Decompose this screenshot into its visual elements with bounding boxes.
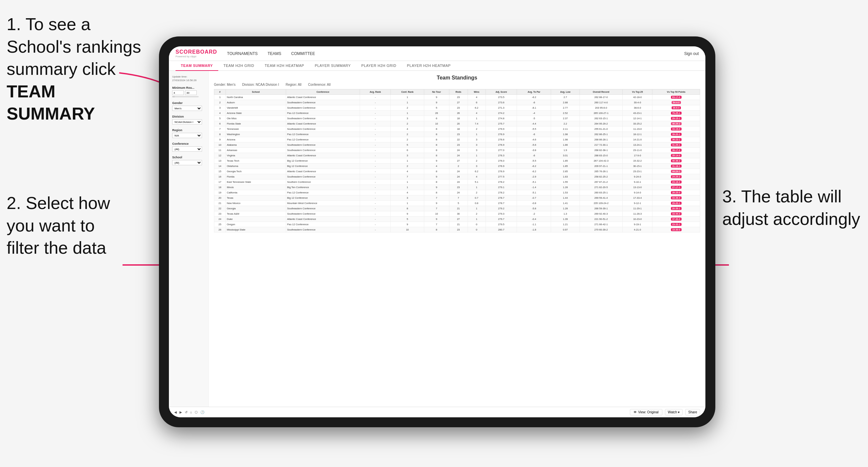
- filter-minimum-rounds: Minimum Rou...: [172, 86, 205, 97]
- standings-table: # School Conference Avg. Rank Conf. Rank…: [214, 89, 700, 232]
- view-original-button[interactable]: 👁 View: Original: [630, 409, 662, 415]
- nav-links: TOURNAMENTS TEAMS COMMITTEE: [227, 50, 684, 57]
- toolbar-home[interactable]: ⌂: [190, 410, 192, 414]
- table-row: 6 Florida State Atlantic Coast Conferenc…: [214, 121, 700, 126]
- filter-division: Division NCAA Division I: [172, 115, 205, 125]
- school-select[interactable]: (All): [172, 160, 202, 165]
- toolbar-clock[interactable]: 🕐: [200, 410, 204, 414]
- table-row: 13 Texas Tech Big 12 Conference - 1 9 27…: [214, 158, 700, 164]
- table-row: 11 Arkansas Southeastern Conference - 6 …: [214, 148, 700, 153]
- table-row: 14 Oklahoma Big 12 Conference - 2 4 2 3 …: [214, 164, 700, 169]
- table-area: Team Standings Gender: Men's Division: N…: [209, 71, 705, 407]
- table-row: 15 Georgia Tech Atlantic Coast Conferenc…: [214, 169, 700, 174]
- table-row: 19 California Pac-12 Conference - 4 8 24…: [214, 190, 700, 195]
- navbar: SCOREBOARD Powered by clippi TOURNAMENTS…: [169, 46, 705, 61]
- min-rounds-min[interactable]: [172, 90, 184, 95]
- instruction-2-line1: 2. Select how: [7, 193, 110, 213]
- tablet-screen: SCOREBOARD Powered by clippi TOURNAMENTS…: [169, 46, 705, 417]
- table-row: 18 Illinois Big Ten Conference - 1 9 23 …: [214, 185, 700, 190]
- instruction-3-line1: 3. The table will: [722, 187, 841, 206]
- col-vs-top-25: Vs Top 25: [623, 89, 652, 95]
- col-rank: #: [214, 89, 226, 95]
- sign-out[interactable]: Sign out: [684, 51, 699, 56]
- col-no-tour: No Tour: [424, 89, 449, 95]
- table-row: 23 Texas A&M Southeastern Conference - 9…: [214, 211, 700, 217]
- instruction-1-text: 1. To see a School's rankings summary cl…: [7, 14, 141, 79]
- table-row: 2 Auburn Southeastern Conference - 1 9 2…: [214, 100, 700, 105]
- instruction-3: 3. The table will adjust accordingly: [722, 185, 861, 230]
- table-row: 8 Washington Pac-12 Conference - 2 8 23 …: [214, 132, 700, 137]
- instruction-2-line2: you want to: [7, 216, 95, 235]
- table-row: 24 Duke Atlantic Coast Conference - 5 9 …: [214, 217, 700, 222]
- watch-button[interactable]: Watch ▾: [665, 409, 683, 415]
- filter-school: School (All): [172, 156, 205, 165]
- col-conf-rank: Conf. Rank: [391, 89, 424, 95]
- sub-nav-team-summary[interactable]: TEAM SUMMARY: [176, 61, 218, 71]
- col-avg-to-par: Avg. To Par: [517, 89, 551, 95]
- col-avg-rank: Avg. Rank: [360, 89, 391, 95]
- sub-nav-player-h2h-heatmap[interactable]: PLAYER H2H HEATMAP: [402, 61, 456, 70]
- nav-teams[interactable]: TEAMS: [268, 50, 281, 57]
- logo-area: SCOREBOARD Powered by clippi: [176, 49, 217, 58]
- conference-select[interactable]: (All): [172, 146, 202, 152]
- table-row: 20 Texas Big 12 Conference - 3 7 7 0.7 2…: [214, 195, 700, 201]
- logo-scoreboard: SCOREBOARD: [176, 49, 217, 55]
- table-row: 10 Alabama Southeastern Conference - 5 8…: [214, 143, 700, 148]
- filter-region: Region N/A: [172, 128, 205, 138]
- col-vs-top-50: Vs Top 50 Points: [652, 89, 700, 95]
- filter-gender: Gender Men's Women's: [172, 101, 205, 111]
- sub-nav-player-h2h-grid[interactable]: PLAYER H2H GRID: [356, 61, 402, 70]
- sub-nav-team-h2h-grid[interactable]: TEAM H2H GRID: [218, 61, 260, 70]
- col-overall-record: Overall Record: [580, 89, 623, 95]
- toolbar-refresh[interactable]: ↺: [185, 410, 187, 414]
- instruction-3-line2: adjust accordingly: [722, 209, 860, 228]
- division-select[interactable]: NCAA Division I: [172, 119, 202, 125]
- filter-conference: Conference (All): [172, 142, 205, 152]
- filter-conference-label: Conference: [172, 142, 205, 146]
- table-row: 17 East Tennessee State Southern Confere…: [214, 180, 700, 185]
- toolbar-share-link[interactable]: ⬡: [195, 410, 198, 414]
- toolbar-back[interactable]: ◀: [174, 410, 177, 414]
- sub-nav-team-h2h-heatmap[interactable]: TEAM H2H HEATMAP: [259, 61, 309, 70]
- sub-nav-player-summary[interactable]: PLAYER SUMMARY: [309, 61, 356, 70]
- nav-committee[interactable]: COMMITTEE: [291, 50, 315, 57]
- table-row: 3 Vanderbilt Southeastern Conference - 2…: [214, 105, 700, 111]
- share-label: Share: [688, 410, 697, 414]
- logo-powered: Powered by clippi: [176, 55, 217, 58]
- rounds-slider[interactable]: [172, 96, 199, 97]
- table-row: 16 Florida Southeastern Conference - 7 9…: [214, 174, 700, 180]
- filter-minimum-rounds-label: Minimum Rou...: [172, 86, 205, 89]
- table-row: 1 North Carolina Atlantic Coast Conferen…: [214, 95, 700, 100]
- view-original-label: View: Original: [638, 410, 659, 414]
- table-body: 1 North Carolina Atlantic Coast Conferen…: [214, 95, 700, 232]
- table-filters-row: Gender: Men's Division: NCAA Division I …: [214, 83, 700, 87]
- table-row: 5 Ole Miss Southeastern Conference - 3 6…: [214, 116, 700, 121]
- gender-select[interactable]: Men's Women's: [172, 106, 202, 111]
- min-rounds-max[interactable]: [185, 90, 197, 95]
- nav-tournaments[interactable]: TOURNAMENTS: [227, 50, 258, 57]
- col-wins: Wins: [468, 89, 486, 95]
- filter-region-label: Region: [172, 128, 205, 132]
- col-avg-low: Avg. Low: [551, 89, 580, 95]
- table-row: 21 New Mexico Mountain West Conference -…: [214, 201, 700, 206]
- gender-filter-label: Gender: Men's: [214, 83, 236, 87]
- bottom-toolbar: ◀ ▶ ↺ ⌂ ⬡ 🕐 👁 View: Original Watch ▾ Sha…: [169, 407, 705, 417]
- table-row: 7 Tennessee Southeastern Conference - 4 …: [214, 126, 700, 132]
- instruction-2: 2. Select how you want to filter the dat…: [7, 192, 132, 259]
- table-row: 25 Oregon Pac-12 Conference - 9 7 21 0 2…: [214, 222, 700, 227]
- update-time: Update time: 27/03/2024 16:56:26: [172, 75, 205, 82]
- instruction-2-line3: filter the data: [7, 238, 106, 257]
- region-select[interactable]: N/A: [172, 133, 202, 138]
- sidebar-filters: Update time: 27/03/2024 16:56:26 Minimum…: [169, 71, 209, 407]
- instruction-1: 1. To see a School's rankings summary cl…: [7, 13, 146, 125]
- table-row: 26 Mississippi State Southeastern Confer…: [214, 227, 700, 232]
- table-header-row: # School Conference Avg. Rank Conf. Rank…: [214, 89, 700, 95]
- share-button[interactable]: Share: [685, 409, 700, 415]
- filter-gender-label: Gender: [172, 101, 205, 105]
- table-row: 12 Virginia Atlantic Coast Conference - …: [214, 153, 700, 158]
- col-school: School: [225, 89, 286, 95]
- filter-school-label: School: [172, 156, 205, 159]
- table-row: 9 Arizona Pac-12 Conference - 2 8 22 3 2…: [214, 137, 700, 143]
- toolbar-forward[interactable]: ▶: [180, 410, 182, 414]
- table-row: 22 Georgia Southeastern Conference - 8 7…: [214, 206, 700, 211]
